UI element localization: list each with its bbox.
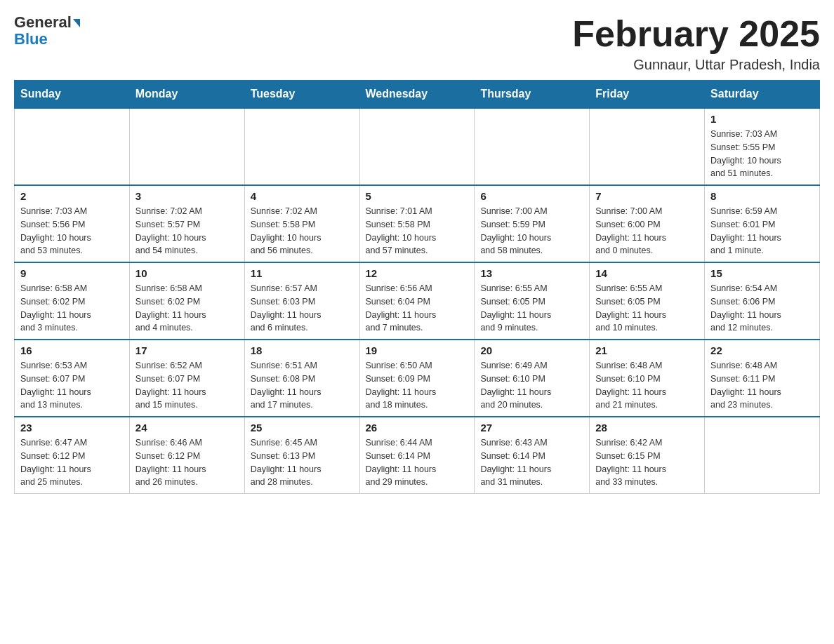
calendar-cell-3-1: 17Sunrise: 6:52 AMSunset: 6:07 PMDayligh…	[129, 340, 244, 417]
day-number: 10	[135, 267, 239, 279]
calendar-cell-0-0	[15, 108, 130, 185]
calendar-cell-1-1: 3Sunrise: 7:02 AMSunset: 5:57 PMDaylight…	[129, 185, 244, 262]
weekday-header-row: Sunday Monday Tuesday Wednesday Thursday…	[15, 81, 820, 109]
header-tuesday: Tuesday	[244, 81, 359, 109]
calendar-cell-0-1	[129, 108, 244, 185]
day-info: Sunrise: 6:56 AMSunset: 6:04 PMDaylight:…	[366, 282, 469, 335]
calendar-cell-4-0: 23Sunrise: 6:47 AMSunset: 6:12 PMDayligh…	[15, 417, 130, 494]
calendar-cell-4-2: 25Sunrise: 6:45 AMSunset: 6:13 PMDayligh…	[244, 417, 359, 494]
day-number: 28	[595, 422, 699, 434]
day-number: 1	[710, 113, 814, 125]
day-info: Sunrise: 6:47 AMSunset: 6:12 PMDaylight:…	[20, 436, 124, 489]
day-number: 6	[480, 190, 583, 202]
day-number: 24	[135, 422, 239, 434]
logo: General Blue	[14, 14, 80, 48]
day-info: Sunrise: 6:51 AMSunset: 6:08 PMDaylight:…	[251, 359, 354, 412]
day-info: Sunrise: 6:55 AMSunset: 6:05 PMDaylight:…	[595, 282, 699, 335]
calendar-week-row-1: 2Sunrise: 7:03 AMSunset: 5:56 PMDaylight…	[15, 185, 820, 262]
day-number: 19	[366, 344, 469, 356]
calendar-cell-0-2	[244, 108, 359, 185]
calendar-cell-1-6: 8Sunrise: 6:59 AMSunset: 6:01 PMDaylight…	[705, 185, 820, 262]
day-number: 20	[480, 344, 583, 356]
calendar-cell-2-6: 15Sunrise: 6:54 AMSunset: 6:06 PMDayligh…	[705, 262, 820, 340]
calendar-cell-0-6: 1Sunrise: 7:03 AMSunset: 5:55 PMDaylight…	[705, 108, 820, 185]
day-number: 27	[480, 422, 583, 434]
day-number: 2	[20, 190, 124, 202]
day-number: 8	[710, 190, 814, 202]
day-info: Sunrise: 7:03 AMSunset: 5:55 PMDaylight:…	[710, 128, 814, 180]
calendar-cell-3-3: 19Sunrise: 6:50 AMSunset: 6:09 PMDayligh…	[359, 340, 475, 417]
header-wednesday: Wednesday	[359, 81, 475, 109]
day-number: 18	[251, 344, 354, 356]
day-info: Sunrise: 6:58 AMSunset: 6:02 PMDaylight:…	[135, 282, 239, 335]
calendar-cell-2-5: 14Sunrise: 6:55 AMSunset: 6:05 PMDayligh…	[590, 262, 705, 340]
day-number: 25	[251, 422, 354, 434]
logo-general: General	[14, 13, 72, 31]
calendar-cell-0-4	[475, 108, 590, 185]
calendar-week-row-4: 23Sunrise: 6:47 AMSunset: 6:12 PMDayligh…	[15, 417, 820, 494]
day-info: Sunrise: 6:50 AMSunset: 6:09 PMDaylight:…	[366, 359, 469, 412]
day-info: Sunrise: 7:00 AMSunset: 6:00 PMDaylight:…	[595, 205, 699, 257]
day-number: 16	[20, 344, 124, 356]
day-number: 15	[710, 267, 814, 279]
day-info: Sunrise: 6:46 AMSunset: 6:12 PMDaylight:…	[135, 436, 239, 489]
day-number: 23	[20, 422, 124, 434]
month-title: February 2025	[572, 14, 820, 54]
day-info: Sunrise: 6:55 AMSunset: 6:05 PMDaylight:…	[480, 282, 583, 335]
day-info: Sunrise: 6:48 AMSunset: 6:11 PMDaylight:…	[710, 359, 814, 412]
calendar-week-row-3: 16Sunrise: 6:53 AMSunset: 6:07 PMDayligh…	[15, 340, 820, 417]
day-info: Sunrise: 7:00 AMSunset: 5:59 PMDaylight:…	[480, 205, 583, 257]
calendar-cell-1-5: 7Sunrise: 7:00 AMSunset: 6:00 PMDaylight…	[590, 185, 705, 262]
header-saturday: Saturday	[705, 81, 820, 109]
header-sunday: Sunday	[15, 81, 130, 109]
header-thursday: Thursday	[475, 81, 590, 109]
calendar-cell-3-0: 16Sunrise: 6:53 AMSunset: 6:07 PMDayligh…	[15, 340, 130, 417]
calendar-cell-4-6	[705, 417, 820, 494]
day-info: Sunrise: 6:53 AMSunset: 6:07 PMDaylight:…	[20, 359, 124, 412]
calendar-cell-3-2: 18Sunrise: 6:51 AMSunset: 6:08 PMDayligh…	[244, 340, 359, 417]
title-block: February 2025 Gunnaur, Uttar Pradesh, In…	[572, 14, 820, 73]
day-info: Sunrise: 7:02 AMSunset: 5:58 PMDaylight:…	[251, 205, 354, 257]
day-info: Sunrise: 7:01 AMSunset: 5:58 PMDaylight:…	[366, 205, 469, 257]
calendar-cell-2-2: 11Sunrise: 6:57 AMSunset: 6:03 PMDayligh…	[244, 262, 359, 340]
day-info: Sunrise: 6:45 AMSunset: 6:13 PMDaylight:…	[251, 436, 354, 489]
day-info: Sunrise: 7:03 AMSunset: 5:56 PMDaylight:…	[20, 205, 124, 257]
day-info: Sunrise: 6:54 AMSunset: 6:06 PMDaylight:…	[710, 282, 814, 335]
day-info: Sunrise: 6:52 AMSunset: 6:07 PMDaylight:…	[135, 359, 239, 412]
day-number: 14	[595, 267, 699, 279]
calendar-cell-2-0: 9Sunrise: 6:58 AMSunset: 6:02 PMDaylight…	[15, 262, 130, 340]
day-info: Sunrise: 6:59 AMSunset: 6:01 PMDaylight:…	[710, 205, 814, 257]
calendar-cell-1-0: 2Sunrise: 7:03 AMSunset: 5:56 PMDaylight…	[15, 185, 130, 262]
header-friday: Friday	[590, 81, 705, 109]
day-number: 3	[135, 190, 239, 202]
day-info: Sunrise: 6:58 AMSunset: 6:02 PMDaylight:…	[20, 282, 124, 335]
day-number: 7	[595, 190, 699, 202]
calendar-cell-4-3: 26Sunrise: 6:44 AMSunset: 6:14 PMDayligh…	[359, 417, 475, 494]
calendar-week-row-2: 9Sunrise: 6:58 AMSunset: 6:02 PMDaylight…	[15, 262, 820, 340]
location-title: Gunnaur, Uttar Pradesh, India	[572, 57, 820, 73]
calendar-cell-1-3: 5Sunrise: 7:01 AMSunset: 5:58 PMDaylight…	[359, 185, 475, 262]
header-monday: Monday	[129, 81, 244, 109]
day-number: 4	[251, 190, 354, 202]
calendar-week-row-0: 1Sunrise: 7:03 AMSunset: 5:55 PMDaylight…	[15, 108, 820, 185]
calendar-cell-2-3: 12Sunrise: 6:56 AMSunset: 6:04 PMDayligh…	[359, 262, 475, 340]
calendar-cell-2-4: 13Sunrise: 6:55 AMSunset: 6:05 PMDayligh…	[475, 262, 590, 340]
day-number: 12	[366, 267, 469, 279]
calendar-cell-2-1: 10Sunrise: 6:58 AMSunset: 6:02 PMDayligh…	[129, 262, 244, 340]
calendar-cell-0-5	[590, 108, 705, 185]
logo-triangle-icon	[73, 19, 80, 27]
day-number: 22	[710, 344, 814, 356]
day-info: Sunrise: 6:44 AMSunset: 6:14 PMDaylight:…	[366, 436, 469, 489]
calendar-table: Sunday Monday Tuesday Wednesday Thursday…	[14, 80, 820, 494]
page-header: General Blue February 2025 Gunnaur, Utta…	[14, 14, 820, 73]
calendar-cell-4-1: 24Sunrise: 6:46 AMSunset: 6:12 PMDayligh…	[129, 417, 244, 494]
day-number: 9	[20, 267, 124, 279]
calendar-cell-1-4: 6Sunrise: 7:00 AMSunset: 5:59 PMDaylight…	[475, 185, 590, 262]
day-number: 13	[480, 267, 583, 279]
day-info: Sunrise: 6:48 AMSunset: 6:10 PMDaylight:…	[595, 359, 699, 412]
calendar-cell-1-2: 4Sunrise: 7:02 AMSunset: 5:58 PMDaylight…	[244, 185, 359, 262]
day-info: Sunrise: 7:02 AMSunset: 5:57 PMDaylight:…	[135, 205, 239, 257]
day-number: 11	[251, 267, 354, 279]
day-info: Sunrise: 6:49 AMSunset: 6:10 PMDaylight:…	[480, 359, 583, 412]
day-number: 26	[366, 422, 469, 434]
